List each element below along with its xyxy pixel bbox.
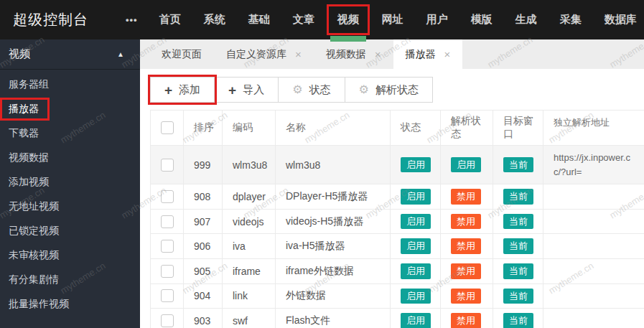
nav-item[interactable]: 用户 — [419, 7, 456, 32]
sidebar-item[interactable]: 添加视频 — [0, 170, 140, 195]
cell-parse-status: 禁用 — [441, 284, 493, 309]
parse-status-badge[interactable]: 禁用 — [451, 289, 481, 304]
status-badge[interactable]: 启用 — [401, 214, 431, 230]
row-checkbox-cell — [151, 146, 184, 184]
parse-status-badge[interactable]: 禁用 — [451, 313, 481, 328]
tab[interactable]: 视频数据 × — [314, 39, 393, 69]
cell-code: swf — [223, 309, 276, 328]
tab[interactable]: 欢迎页面 — [149, 39, 214, 69]
nav-item[interactable]: 文章 — [285, 7, 322, 32]
sidebar-header[interactable]: 视频 ▲ — [0, 39, 140, 70]
table-row: 907 videojs videojs-H5播放器 启用 禁用 当前 — [151, 210, 644, 235]
toolbar-button[interactable]: ⚙ 状态 — [278, 77, 345, 103]
target-window-badge[interactable]: 当前 — [503, 313, 533, 328]
sidebar-item[interactable]: 服务器组 — [0, 72, 140, 97]
nav-item-label: 视频 — [337, 13, 359, 25]
sidebar-menu: 服务器组 播放器 下载器 视频数据 添加视频 无地址视频 已锁定视频 未审核视频… — [0, 70, 140, 317]
row-checkbox[interactable] — [161, 240, 174, 253]
table-header-row: 排序编码名称状态解析状态目标窗口独立解析地址 — [151, 111, 644, 146]
sidebar-item[interactable]: 批量操作视频 — [0, 292, 140, 317]
status-badge[interactable]: 启用 — [401, 157, 431, 173]
app-title: 超级控制台 — [13, 10, 88, 29]
cell-url: https://jx.inpower.cc/?url= — [543, 146, 644, 184]
status-badge[interactable]: 启用 — [401, 263, 431, 279]
cell-parse-status: 禁用 — [441, 234, 493, 258]
row-checkbox[interactable] — [161, 265, 174, 278]
sidebar-item[interactable]: 未审核视频 — [0, 243, 140, 268]
nav-item[interactable]: 基础 — [241, 7, 278, 32]
sidebar-item[interactable]: 已锁定视频 — [0, 219, 140, 243]
row-checkbox[interactable] — [161, 314, 174, 327]
nav-item-label: 文章 — [293, 13, 314, 25]
table-row: 903 swf Flash文件 启用 禁用 当前 — [151, 309, 644, 328]
parse-status-badge[interactable]: 禁用 — [451, 189, 481, 205]
row-checkbox[interactable] — [161, 159, 174, 172]
tab-label: 视频数据 — [326, 48, 366, 61]
nav-item[interactable]: 生成 — [508, 7, 545, 32]
target-window-badge[interactable]: 当前 — [503, 238, 533, 254]
toolbar-button[interactable]: + 添加 — [150, 77, 215, 103]
cell-name: wlm3u8 — [276, 146, 391, 184]
tab-close-icon[interactable]: × — [375, 48, 381, 60]
row-checkbox[interactable] — [161, 215, 174, 228]
nav-item[interactable]: 首页 — [151, 7, 189, 32]
nav-item[interactable]: 采集 — [552, 7, 589, 32]
cell-name: DPlayer-H5播放器 — [276, 184, 391, 209]
status-badge[interactable]: 启用 — [401, 238, 431, 254]
target-window-badge[interactable]: 当前 — [503, 189, 533, 205]
toolbar-button[interactable]: ⚙ 解析状态 — [345, 77, 433, 103]
nav-item[interactable]: 视频 — [330, 7, 367, 32]
sidebar-item-label: 批量操作视频 — [9, 298, 69, 311]
status-badge[interactable]: 启用 — [401, 289, 431, 304]
tab-close-icon[interactable]: × — [295, 48, 302, 60]
parse-status-badge[interactable]: 启用 — [451, 157, 481, 173]
cell-url — [543, 234, 644, 258]
sidebar-item[interactable]: 无地址视频 — [0, 195, 140, 219]
sidebar-item[interactable]: 播放器 — [0, 97, 140, 121]
sidebar-item[interactable]: 视频数据 — [0, 146, 140, 170]
parse-status-badge[interactable]: 禁用 — [451, 263, 481, 279]
gear-icon: ⚙ — [292, 84, 302, 95]
row-checkbox[interactable] — [161, 289, 174, 302]
nav-item-label: 用户 — [426, 13, 448, 25]
cell-status: 启用 — [391, 234, 441, 258]
topbar-nav: 首页 系统 基础 文章 视频 网址 用户 模版 生成 采集 数据库 应用 — [148, 0, 644, 39]
nav-item[interactable]: 网址 — [374, 7, 411, 32]
nav-item[interactable]: 数据库 — [597, 7, 644, 32]
tab[interactable]: 播放器 × — [393, 39, 463, 69]
toolbar-button-label: 状态 — [309, 83, 331, 97]
target-window-badge[interactable]: 当前 — [503, 263, 533, 279]
table-row: 904 link 外链数据 启用 禁用 当前 — [151, 284, 644, 309]
cell-name: 外链数据 — [276, 284, 391, 309]
row-checkbox-cell — [151, 184, 184, 209]
cell-target-window: 当前 — [493, 284, 543, 309]
target-window-badge[interactable]: 当前 — [503, 157, 533, 173]
parse-status-badge[interactable]: 禁用 — [451, 238, 481, 254]
tab[interactable]: 自定义资源库 × — [214, 39, 314, 69]
more-menu-icon[interactable]: ••• — [126, 14, 138, 25]
parse-status-badge[interactable]: 禁用 — [451, 214, 481, 230]
select-all-checkbox[interactable] — [161, 121, 174, 134]
tab-close-icon[interactable]: × — [444, 48, 451, 60]
cell-target-window: 当前 — [493, 259, 543, 284]
cell-status: 启用 — [391, 146, 441, 184]
toolbar: + 添加 + 导入 ⚙ 状态 ⚙ 解析状态 — [150, 77, 644, 103]
sidebar-item[interactable]: 下载器 — [0, 121, 140, 146]
target-window-badge[interactable]: 当前 — [503, 289, 533, 304]
sidebar-item-label: 服务器组 — [9, 78, 49, 91]
nav-item[interactable]: 系统 — [196, 7, 233, 32]
status-badge[interactable]: 启用 — [401, 313, 431, 328]
cell-status: 启用 — [391, 284, 441, 309]
nav-item[interactable]: 模版 — [463, 7, 500, 32]
cell-code: iframe — [223, 259, 276, 284]
tab-label: 播放器 — [406, 48, 436, 61]
row-checkbox[interactable] — [161, 190, 174, 203]
cell-target-window: 当前 — [493, 234, 543, 258]
collapse-arrow-icon[interactable]: ▲ — [117, 50, 124, 58]
target-window-badge[interactable]: 当前 — [503, 214, 533, 230]
toolbar-button[interactable]: + 导入 — [214, 77, 279, 103]
sidebar-item[interactable]: 有分集剧情 — [0, 268, 140, 292]
status-badge[interactable]: 启用 — [401, 189, 431, 205]
sidebar-section-title: 视频 — [9, 47, 30, 61]
app-frame: 视频 ▲ 服务器组 播放器 下载器 视频数据 添加视频 无地址视频 已锁定视频 … — [0, 39, 644, 328]
